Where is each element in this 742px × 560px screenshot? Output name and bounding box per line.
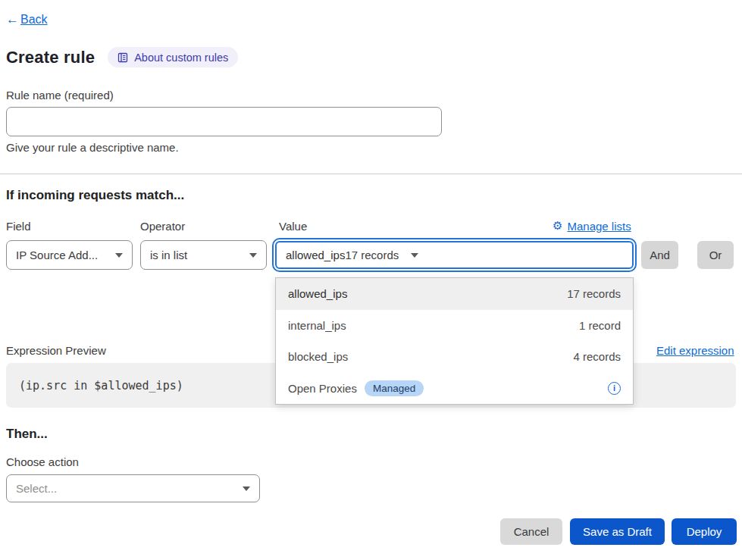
list-name: internal_ips <box>288 319 346 332</box>
back-arrow-icon: ← <box>6 12 19 27</box>
action-select[interactable]: Select... <box>6 474 260 502</box>
dropdown-option-allowed-ips[interactable]: allowed_ips 17 records <box>276 278 633 310</box>
expression-preview-label: Expression Preview <box>6 344 106 357</box>
rule-name-input[interactable] <box>6 107 442 136</box>
list-name: blocked_ips <box>288 350 348 363</box>
dropdown-option-blocked-ips[interactable]: blocked_ips 4 records <box>276 341 633 373</box>
cancel-button[interactable]: Cancel <box>500 518 562 545</box>
back-link[interactable]: ← Back <box>6 12 48 27</box>
create-rule-page: ← Back Create rule About custom rules Ru… <box>0 0 742 560</box>
match-section-title: If incoming requests match... <box>6 188 184 203</box>
chevron-down-icon <box>243 486 250 491</box>
rule-name-helper: Give your rule a descriptive name. <box>6 141 179 154</box>
list-record-count: 4 records <box>573 350 621 363</box>
and-button[interactable]: And <box>641 241 678 269</box>
operator-label: Operator <box>140 220 185 233</box>
operator-select[interactable]: is in list <box>140 240 267 270</box>
about-custom-rules-link[interactable]: About custom rules <box>108 47 238 67</box>
chevron-down-icon <box>115 253 123 258</box>
dropdown-option-internal-ips[interactable]: internal_ips 1 record <box>276 310 633 342</box>
back-label: Back <box>20 13 48 27</box>
chevron-down-icon <box>249 253 257 258</box>
manage-lists-link[interactable]: ⚙ Manage lists <box>553 219 631 233</box>
managed-badge: Managed <box>365 380 424 396</box>
page-title: Create rule <box>6 48 95 67</box>
deploy-button[interactable]: Deploy <box>672 518 737 545</box>
expression-code: (ip.src in $allowed_ips) <box>19 379 183 393</box>
field-label: Field <box>6 220 31 233</box>
page-header: Create rule About custom rules <box>6 47 238 67</box>
manage-lists-label: Manage lists <box>567 220 631 233</box>
field-select-value: IP Source Add... <box>16 249 115 261</box>
edit-expression-link[interactable]: Edit expression <box>656 344 734 357</box>
gear-icon: ⚙ <box>553 219 562 233</box>
value-select-record-count: 17 records <box>345 249 399 261</box>
rule-name-label: Rule name (required) <box>6 89 114 102</box>
list-name: Open Proxies <box>288 382 357 395</box>
list-record-count: 17 records <box>567 287 621 300</box>
chevron-down-icon <box>411 253 418 258</box>
dropdown-option-open-proxies[interactable]: Open Proxies Managed i <box>276 373 633 405</box>
field-select[interactable]: IP Source Add... <box>6 240 133 270</box>
action-select-placeholder: Select... <box>16 482 243 495</box>
about-custom-rules-label: About custom rules <box>134 52 228 64</box>
operator-select-value: is in list <box>150 249 249 261</box>
choose-action-label: Choose action <box>6 455 79 468</box>
list-record-count: 1 record <box>579 319 621 332</box>
value-select[interactable]: allowed_ips 17 records <box>275 241 634 269</box>
section-divider <box>0 174 742 174</box>
info-icon[interactable]: i <box>608 382 621 395</box>
then-section-title: Then... <box>6 427 48 442</box>
value-label: Value <box>279 220 307 233</box>
value-select-value: allowed_ips <box>286 249 345 261</box>
value-dropdown-panel: allowed_ips 17 records internal_ips 1 re… <box>275 277 634 405</box>
book-icon <box>117 52 128 63</box>
list-name: allowed_ips <box>288 287 347 300</box>
save-as-draft-button[interactable]: Save as Draft <box>570 518 665 545</box>
value-select-focus-ring: allowed_ips 17 records <box>272 238 637 272</box>
or-button[interactable]: Or <box>697 241 734 269</box>
